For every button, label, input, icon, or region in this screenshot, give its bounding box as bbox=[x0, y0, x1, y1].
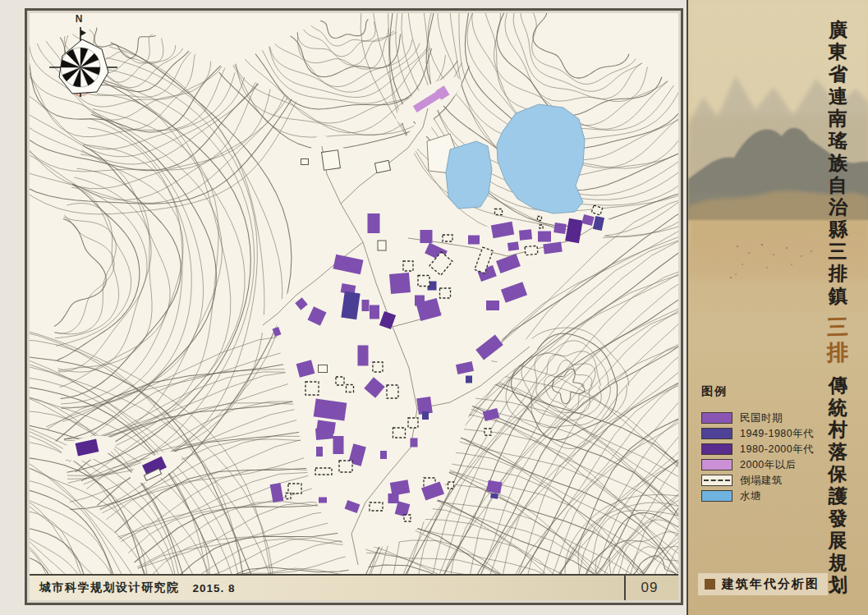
title-char: 規 bbox=[828, 551, 847, 574]
building-c bbox=[393, 428, 406, 438]
sheet-name-text: 建筑年代分析图 bbox=[722, 576, 820, 592]
title-char: 落 bbox=[828, 440, 847, 463]
map-layers: N bbox=[30, 13, 678, 574]
building-c bbox=[373, 362, 383, 372]
legend-item-1: 1949-1980年代 bbox=[701, 428, 814, 439]
legend-swatch bbox=[701, 459, 733, 470]
title-char: 划 bbox=[828, 573, 847, 596]
building-m bbox=[389, 273, 411, 294]
title-char: 縣 bbox=[828, 218, 847, 241]
building-c bbox=[443, 235, 452, 241]
building-c bbox=[403, 261, 413, 271]
building-c bbox=[288, 484, 301, 493]
title-bar: 城市科学规划设计研究院 2015. 8 09 bbox=[30, 574, 678, 600]
title-char: 族 bbox=[828, 151, 847, 174]
title-char: 鎮 bbox=[828, 284, 847, 307]
legend-swatch bbox=[701, 443, 733, 455]
building-m bbox=[370, 305, 379, 319]
title-char: 東 bbox=[829, 40, 847, 62]
building-m bbox=[411, 438, 418, 447]
building-c bbox=[336, 377, 344, 385]
building-c bbox=[305, 382, 319, 395]
building-o bbox=[301, 159, 309, 165]
legend-swatch bbox=[701, 412, 733, 424]
pond-shape bbox=[446, 141, 492, 209]
title-char: 瑤 bbox=[828, 129, 847, 152]
building-m bbox=[315, 427, 333, 440]
building-m bbox=[538, 232, 551, 242]
plan-date: 2015. 8 bbox=[193, 582, 236, 594]
legend-swatch bbox=[701, 490, 733, 502]
legend-label: 民国时期 bbox=[740, 411, 783, 425]
building-m bbox=[553, 223, 567, 234]
building-m bbox=[486, 480, 502, 494]
map-sheet: N 城市科学规划设计研究院 2015. 8 09 bbox=[25, 8, 683, 605]
building-c bbox=[440, 288, 451, 298]
building-m bbox=[333, 436, 344, 454]
building-m bbox=[319, 498, 327, 503]
building-c bbox=[408, 418, 418, 428]
building-c bbox=[387, 385, 398, 398]
legend-swatch bbox=[701, 475, 733, 486]
legend-label: 1949-1980年代 bbox=[740, 427, 814, 441]
title-char: 保 bbox=[829, 462, 847, 484]
building-m bbox=[415, 296, 425, 306]
side-panel: 廣東省連南瑤族自治縣三排鎮三排傳統村落保護發展規划 图例 民国时期1949-19… bbox=[687, 0, 868, 615]
legend-item-2: 1980-2000年代 bbox=[701, 443, 814, 455]
title-char: 連 bbox=[828, 85, 847, 108]
building-c bbox=[347, 385, 354, 392]
legend-swatch bbox=[701, 428, 733, 439]
building-c bbox=[286, 493, 291, 499]
building-c bbox=[339, 461, 352, 472]
project-title-vertical: 廣東省連南瑤族自治縣三排鎮三排傳統村落保護發展規划 bbox=[820, 18, 856, 595]
building-m bbox=[507, 241, 519, 251]
compass-north-label: N bbox=[76, 13, 83, 25]
sheet-name: 建筑年代分析图 bbox=[698, 573, 828, 595]
village-map-svg: N bbox=[30, 13, 678, 574]
building-m bbox=[316, 447, 323, 457]
legend-title: 图例 bbox=[701, 384, 814, 399]
page-number: 09 bbox=[624, 576, 673, 600]
legend-label: 水塘 bbox=[740, 489, 761, 503]
building-c bbox=[315, 468, 332, 475]
title-char: 展 bbox=[829, 529, 847, 551]
title-char: 護 bbox=[828, 484, 847, 507]
legend-item-0: 民国时期 bbox=[701, 412, 814, 424]
title-char: 三 bbox=[826, 314, 848, 341]
building-c bbox=[448, 482, 454, 489]
building-m bbox=[368, 213, 380, 233]
title-char: 發 bbox=[828, 507, 847, 530]
building-c bbox=[485, 429, 491, 435]
building-c bbox=[525, 246, 538, 255]
institute-name: 城市科学规划设计研究院 bbox=[30, 581, 180, 595]
map-canvas: N bbox=[30, 13, 678, 574]
building-c bbox=[538, 217, 542, 221]
title-char: 統 bbox=[829, 396, 847, 418]
title-char: 村 bbox=[828, 418, 847, 441]
legend: 图例 民国时期1949-1980年代1980-2000年代2000年以后倒塌建筑… bbox=[701, 384, 814, 506]
title-char: 排 bbox=[828, 262, 847, 285]
title-char: 自 bbox=[829, 173, 847, 195]
building-a bbox=[466, 376, 472, 383]
building-c bbox=[495, 209, 503, 215]
building-c bbox=[404, 515, 411, 521]
building-m bbox=[358, 346, 369, 366]
building-m bbox=[486, 301, 499, 310]
building-o bbox=[378, 241, 386, 250]
legend-item-4: 倒塌建筑 bbox=[701, 475, 814, 486]
title-char: 三 bbox=[829, 240, 847, 262]
building-a bbox=[422, 411, 429, 420]
building-o bbox=[319, 365, 328, 373]
building-m bbox=[468, 236, 480, 245]
sheet-name-bullet bbox=[705, 579, 715, 590]
building-m bbox=[362, 300, 370, 311]
title-char: 排 bbox=[827, 340, 848, 365]
legend-item-5: 水塘 bbox=[701, 490, 814, 502]
legend-label: 2000年以后 bbox=[740, 458, 797, 472]
legend-item-3: 2000年以后 bbox=[701, 459, 814, 470]
building-c bbox=[540, 225, 543, 228]
building-m bbox=[519, 229, 532, 240]
title-char: 治 bbox=[828, 195, 847, 218]
title-char: 廣 bbox=[828, 18, 847, 41]
title-char: 省 bbox=[828, 62, 847, 85]
